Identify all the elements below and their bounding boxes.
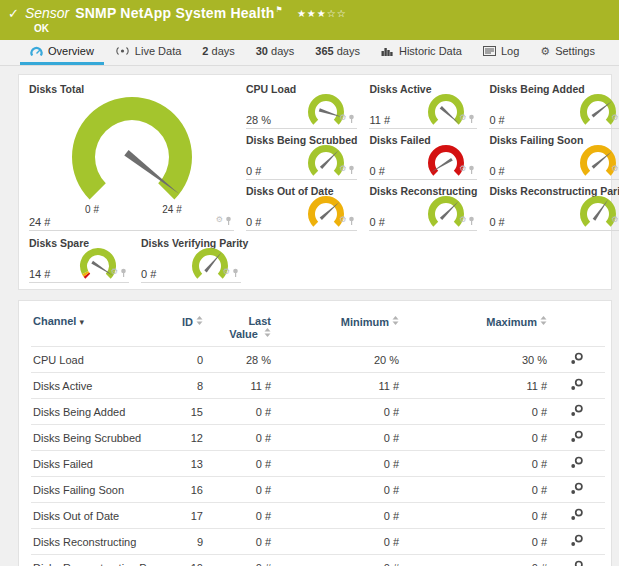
- gauge-disks-being-scrubbed: Disks Being Scrubbed0 #⚙: [246, 134, 357, 180]
- column-header-minimum[interactable]: Minimum: [273, 307, 401, 347]
- gauge-pin-icon[interactable]: [120, 263, 127, 281]
- flag-icon[interactable]: ⚑: [276, 5, 283, 14]
- last-value: 28 %: [205, 347, 273, 373]
- channel-settings-icon[interactable]: [570, 381, 584, 393]
- channel-id: 10: [163, 555, 205, 566]
- tab-365-days[interactable]: 365 days: [305, 40, 370, 65]
- tab-live-data[interactable]: Live Data: [105, 40, 191, 65]
- gauge-pin-icon[interactable]: [225, 211, 232, 229]
- tab-label: 2 days: [202, 45, 234, 57]
- gauge-disks-out-of-date: Disks Out of Date0 #⚙: [246, 185, 357, 231]
- gauge-disks-reconstructing-parity: Disks Reconstructing Parity0 #⚙: [489, 185, 619, 231]
- last-value: 0 #: [205, 451, 273, 477]
- gauge-gear-icon[interactable]: ⚙: [223, 268, 230, 276]
- channel-settings-icon[interactable]: [570, 485, 584, 497]
- gauge-gear-icon[interactable]: ⚙: [339, 114, 346, 122]
- table-row-disks-being-scrubbed: Disks Being Scrubbed120 #0 #0 #: [31, 425, 605, 451]
- maximum-value: 0 #: [401, 555, 549, 566]
- gauge-gear-icon[interactable]: ⚙: [111, 268, 118, 276]
- maximum-value: 0 #: [401, 503, 549, 529]
- gauge-disks-verifying-parity: Disks Verifying Parity0 #⚙: [141, 237, 241, 283]
- gauge-gear-icon[interactable]: ⚙: [611, 114, 618, 122]
- gauge-needle: [320, 150, 339, 169]
- channel-name[interactable]: Disks Active: [31, 373, 163, 399]
- gauge-gear-icon[interactable]: ⚙: [459, 216, 466, 224]
- tab-log[interactable]: Log: [473, 40, 529, 65]
- gauge-gear-icon[interactable]: ⚙: [339, 216, 346, 224]
- gauge-disks-failed: Disks Failed0 #⚙: [369, 134, 477, 180]
- last-value: 11 #: [205, 373, 273, 399]
- last-value: 0 #: [205, 477, 273, 503]
- gauge-gear-icon[interactable]: ⚙: [611, 216, 618, 224]
- maximum-value: 0 #: [401, 477, 549, 503]
- channel-name[interactable]: Disks Being Scrubbed: [31, 425, 163, 451]
- tab-historic-data[interactable]: Historic Data: [371, 40, 472, 65]
- gauge-value: 11 #: [369, 114, 390, 126]
- column-header-channel[interactable]: Channel▾: [31, 307, 163, 347]
- channel-name[interactable]: Disks Reconstructing: [31, 529, 163, 555]
- channel-name[interactable]: Disks Out of Date: [31, 503, 163, 529]
- maximum-value: 11 #: [401, 373, 549, 399]
- gauge-gear-icon[interactable]: ⚙: [216, 216, 223, 224]
- channel-settings-icon[interactable]: [570, 433, 584, 445]
- sort-icon: [264, 327, 271, 339]
- settings-icon: ⚙: [540, 45, 550, 58]
- ok-check-icon: ✓: [8, 6, 19, 21]
- channel-name[interactable]: Disks Failed: [31, 451, 163, 477]
- column-header-id[interactable]: ID: [163, 307, 205, 347]
- tab-2-days[interactable]: 2 days: [192, 40, 244, 65]
- gauge-value: 0 #: [246, 216, 261, 228]
- maximum-value: 0 #: [401, 451, 549, 477]
- table-row-disks-reconstructing-p: Disks Reconstructing P...100 #0 #0 #: [31, 555, 605, 566]
- gauge-pin-icon[interactable]: [348, 109, 355, 127]
- table-row-cpu-load: CPU Load028 %20 %30 %: [31, 347, 605, 373]
- channel-id: 13: [163, 451, 205, 477]
- channel-name[interactable]: Disks Reconstructing P...: [31, 555, 163, 566]
- last-value: 0 #: [205, 399, 273, 425]
- gauge-cpu-load: CPU Load28 %⚙: [246, 83, 357, 129]
- tab-overview[interactable]: Overview: [20, 40, 104, 65]
- channel-id: 12: [163, 425, 205, 451]
- column-label: LastValue: [211, 315, 271, 340]
- tab-label: Settings: [555, 45, 595, 57]
- channel-settings-icon[interactable]: [570, 511, 584, 523]
- table-row-disks-active: Disks Active811 #11 #11 #: [31, 373, 605, 399]
- sensor-status-header: ✓ Sensor SNMP NetApp System Health⚑ ★★★☆…: [0, 0, 619, 40]
- channel-settings-icon[interactable]: [570, 355, 584, 367]
- gauge-pin-icon[interactable]: [468, 211, 475, 229]
- gauge-gear-icon[interactable]: ⚙: [339, 165, 346, 173]
- maximum-value: 0 #: [401, 425, 549, 451]
- gauge-pin-icon[interactable]: [348, 211, 355, 229]
- sensor-title: SNMP NetApp System Health⚑: [75, 5, 283, 21]
- channel-name[interactable]: CPU Load: [31, 347, 163, 373]
- historic-data-icon: [381, 46, 394, 56]
- minimum-value: 11 #: [273, 373, 401, 399]
- channel-name[interactable]: Disks Being Added: [31, 399, 163, 425]
- channel-settings-icon[interactable]: [570, 459, 584, 471]
- tab-label: Log: [501, 45, 519, 57]
- minimum-value: 0 #: [273, 399, 401, 425]
- gauge-disks-total: Disks Total 0 #24 # 24 # ⚙: [29, 83, 234, 231]
- column-header-last-value[interactable]: LastValue: [205, 307, 273, 347]
- table-row-disks-failing-soon: Disks Failing Soon160 #0 #0 #: [31, 477, 605, 503]
- gauge-pin-icon[interactable]: [468, 160, 475, 178]
- channel-settings-icon[interactable]: [570, 537, 584, 549]
- sensor-kind-label: Sensor: [25, 5, 69, 21]
- tab-settings[interactable]: ⚙Settings: [530, 40, 605, 65]
- channel-name[interactable]: Disks Failing Soon: [31, 477, 163, 503]
- tab-30-days[interactable]: 30 days: [246, 40, 305, 65]
- last-value: 0 #: [205, 529, 273, 555]
- column-header-actions: [549, 307, 605, 347]
- priority-stars[interactable]: ★★★☆☆: [297, 8, 347, 19]
- gauge-scale-max: 24 #: [162, 204, 182, 215]
- sort-icon: [540, 315, 547, 327]
- gauge-pin-icon[interactable]: [468, 109, 475, 127]
- sensor-status-badge: OK: [34, 23, 609, 34]
- gauge-gear-icon[interactable]: ⚙: [459, 114, 466, 122]
- gauge-gear-icon[interactable]: ⚙: [611, 165, 618, 173]
- channel-settings-icon[interactable]: [570, 407, 584, 419]
- gauge-pin-icon[interactable]: [348, 160, 355, 178]
- gauge-pin-icon[interactable]: [232, 263, 239, 281]
- gauge-gear-icon[interactable]: ⚙: [459, 165, 466, 173]
- column-header-maximum[interactable]: Maximum: [401, 307, 549, 347]
